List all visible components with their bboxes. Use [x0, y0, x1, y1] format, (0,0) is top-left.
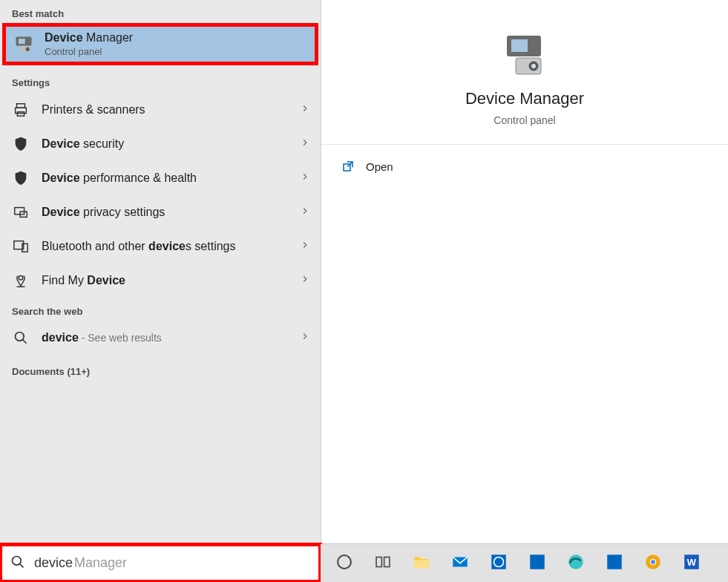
- taskbar-blank2[interactable]: [601, 550, 628, 577]
- settings-item-device-performance[interactable]: Device performance & health: [0, 161, 321, 195]
- svg-line-13: [23, 340, 27, 344]
- chevron-right-icon: [300, 171, 310, 185]
- svg-point-12: [16, 333, 24, 341]
- mail-icon: [450, 552, 470, 575]
- search-input[interactable]: [34, 555, 77, 571]
- svg-rect-1: [19, 39, 25, 44]
- settings-item-label: Device security: [42, 137, 289, 151]
- web-search-label: device - See web results: [42, 331, 289, 344]
- printer-icon: [10, 102, 31, 118]
- taskbar-file-explorer[interactable]: [408, 550, 435, 577]
- file-explorer-icon: [412, 552, 431, 575]
- taskbar-chrome[interactable]: [640, 550, 666, 577]
- chevron-right-icon: [300, 274, 310, 287]
- settings-item-label: Device privacy settings: [42, 206, 289, 219]
- preview-subtitle: Control panel: [493, 114, 555, 126]
- privacy-icon: [10, 204, 31, 220]
- svg-rect-32: [607, 555, 622, 569]
- settings-item-label: Printers & scanners: [42, 103, 289, 117]
- best-match-subtitle: Control panel: [45, 46, 133, 57]
- taskbar-edge-legacy[interactable]: [563, 550, 589, 577]
- settings-item-device-privacy[interactable]: Device privacy settings: [0, 195, 321, 229]
- chevron-right-icon: [300, 331, 310, 344]
- preview-action-label: Open: [366, 160, 393, 173]
- section-header-best-match: Best match: [0, 0, 321, 24]
- settings-item-bluetooth-devices[interactable]: Bluetooth and other devices settings: [0, 229, 321, 264]
- svg-rect-7: [15, 208, 24, 215]
- web-search-result[interactable]: device - See web results: [0, 321, 321, 354]
- taskbar-dell[interactable]: [485, 550, 512, 577]
- svg-rect-15: [511, 39, 528, 52]
- taskbar-blank1[interactable]: [524, 550, 551, 577]
- svg-point-3: [26, 47, 30, 50]
- search-ghost-suggestion: Manager: [74, 555, 127, 571]
- task-view-icon: [373, 552, 393, 575]
- preview-action-open[interactable]: Open: [321, 145, 728, 188]
- taskbar-area: Manager W: [0, 543, 728, 582]
- svg-rect-6: [17, 112, 24, 117]
- svg-text:W: W: [687, 556, 697, 567]
- section-header-documents: Documents (11+): [0, 354, 321, 380]
- device-manager-icon: [13, 34, 34, 55]
- svg-rect-4: [17, 104, 25, 108]
- shield-icon: [10, 170, 31, 186]
- best-match-result[interactable]: Device Manager Control panel: [3, 24, 318, 65]
- search-icon: [10, 330, 31, 345]
- word-icon: W: [682, 552, 701, 575]
- svg-line-22: [20, 563, 24, 567]
- chevron-right-icon: [300, 103, 310, 117]
- search-icon: [10, 555, 25, 572]
- svg-point-35: [651, 560, 655, 564]
- settings-item-label: Device performance & health: [42, 171, 289, 185]
- app-icon: [528, 552, 547, 575]
- section-header-settings: Settings: [0, 69, 321, 93]
- settings-item-find-my-device[interactable]: Find My Device: [0, 264, 321, 298]
- svg-point-11: [19, 276, 23, 281]
- settings-item-label: Find My Device: [42, 274, 289, 287]
- taskbar-cortana[interactable]: [331, 550, 358, 577]
- svg-rect-24: [376, 557, 381, 566]
- chrome-icon: [643, 552, 663, 575]
- taskbar-task-view[interactable]: [370, 550, 396, 577]
- best-match-title: Device Manager: [45, 31, 133, 45]
- preview-title: Device Manager: [465, 89, 584, 108]
- chevron-right-icon: [300, 240, 310, 253]
- open-icon: [341, 160, 355, 173]
- app-icon: [605, 552, 624, 575]
- devices-icon: [10, 238, 31, 255]
- settings-item-device-security[interactable]: Device security: [0, 127, 321, 161]
- svg-rect-30: [530, 555, 545, 569]
- search-results-pane: Best match Device Manager Control panel …: [0, 0, 321, 543]
- svg-point-18: [531, 64, 536, 68]
- section-header-web: Search the web: [0, 298, 321, 321]
- edge-legacy-icon: [566, 552, 586, 575]
- svg-point-23: [338, 555, 351, 569]
- location-icon: [10, 272, 31, 289]
- svg-point-21: [13, 556, 22, 565]
- taskbar-word[interactable]: W: [678, 550, 705, 577]
- settings-item-label: Bluetooth and other devices settings: [42, 240, 289, 253]
- search-box[interactable]: Manager: [0, 544, 321, 582]
- chevron-right-icon: [300, 206, 310, 219]
- svg-rect-26: [414, 560, 429, 568]
- chevron-right-icon: [300, 137, 310, 151]
- settings-item-printers-scanners[interactable]: Printers & scanners: [0, 93, 321, 127]
- preview-pane: Device Manager Control panel Open: [321, 0, 728, 543]
- shield-icon: [10, 136, 31, 152]
- device-manager-large-icon: [501, 31, 548, 79]
- svg-rect-25: [384, 557, 390, 566]
- cortana-icon: [335, 552, 354, 575]
- dell-icon: [489, 552, 508, 575]
- svg-rect-10: [22, 243, 27, 252]
- taskbar: W: [321, 544, 728, 582]
- taskbar-mail[interactable]: [447, 550, 473, 577]
